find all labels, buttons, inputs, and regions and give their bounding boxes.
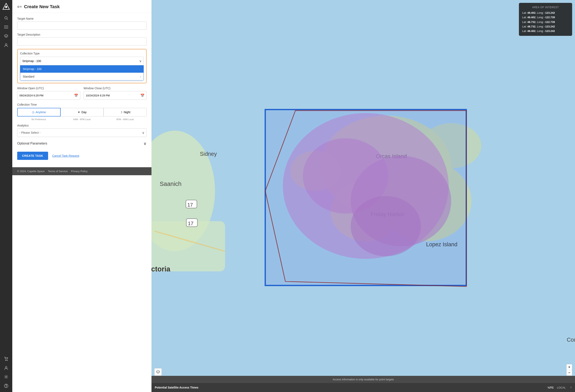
sidebar-item-layers[interactable]	[2, 32, 10, 40]
night-button[interactable]: ☽ Night	[104, 108, 146, 117]
target-name-input[interactable]	[17, 22, 146, 30]
aoi-coord-2: Lat: 48.402, Long: -122.739	[522, 15, 569, 20]
svg-marker-7	[4, 34, 8, 36]
create-task-button[interactable]: CREATE TASK	[17, 152, 48, 160]
svg-text:17: 17	[187, 202, 193, 208]
aoi-title: AREA OF INTEREST	[522, 5, 569, 9]
svg-text:Victoria: Victoria	[151, 265, 170, 273]
optional-parameters-chevron-icon: ∨	[144, 141, 146, 146]
window-close-group: Window Close (UTC) 📅	[84, 87, 146, 100]
window-open-group: Window Open (UTC) 📅	[17, 87, 80, 100]
day-icon: ☀	[78, 111, 80, 114]
day-label: Day	[81, 111, 87, 114]
svg-point-2	[5, 17, 7, 19]
optional-parameters-toggle[interactable]: Optional Parameters ∨	[17, 140, 146, 147]
cancel-task-button[interactable]: Cancel Task Request	[52, 154, 79, 157]
collection-type-container: Collection Type Stripmap - 100 Standard …	[17, 49, 146, 83]
dropdown-item-stripmap[interactable]: Stripmap - 100	[20, 65, 144, 73]
time-buttons: ◷ Anytime ☀ Day ☽ Night	[17, 108, 146, 117]
svg-text:Coupeville: Coupeville	[567, 337, 575, 343]
analytics-label: Analytics	[17, 124, 146, 127]
day-button[interactable]: ☀ Day	[61, 108, 104, 117]
anytime-button[interactable]: ◷ Anytime	[17, 108, 61, 117]
svg-point-10	[7, 360, 8, 361]
aoi-coord-1: Lat: 48.402, Long: -123.242	[522, 11, 569, 15]
zoom-in-button[interactable]: +	[566, 364, 572, 370]
aoi-coord-3: Lat: 48.732, Long: -122.739	[522, 20, 569, 24]
svg-text:17: 17	[188, 221, 193, 226]
standard-chevron-icon: ›	[140, 75, 141, 78]
satellite-bar: Potential Satellite Access Times ? UTC L…	[151, 383, 575, 392]
svg-point-46	[351, 196, 421, 256]
logo	[2, 2, 10, 11]
collection-type-label: Collection Type	[20, 52, 144, 55]
map-panel: Saanich Victoria Orcas Island Friday Har…	[151, 0, 575, 392]
date-row: Window Open (UTC) 📅 Window Close (UTC) 📅	[17, 87, 146, 100]
content-area: ≡+ Create New Task Target Name Target De…	[12, 0, 575, 392]
svg-point-12	[5, 376, 7, 377]
target-description-input[interactable]	[17, 37, 146, 46]
sidebar-item-profile[interactable]	[2, 364, 10, 371]
svg-point-14	[6, 387, 6, 387]
svg-line-3	[7, 19, 8, 20]
window-open-wrapper: 📅	[17, 91, 80, 100]
form-panel: ≡+ Create New Task Target Name Target De…	[12, 0, 151, 392]
sidebar-item-help[interactable]	[2, 382, 10, 390]
time-subtitles: No Preference 6AM - 6PM Local 6PM - 6AM …	[17, 118, 146, 121]
window-close-wrapper: 📅	[84, 91, 146, 100]
target-name-group: Target Name	[17, 17, 146, 30]
window-open-calendar-icon[interactable]: 📅	[74, 94, 78, 98]
svg-text:Sidney: Sidney	[200, 151, 217, 157]
sidebar-item-settings[interactable]	[2, 373, 10, 381]
form-body: Target Name Target Description Collectio…	[12, 13, 151, 167]
map-controls: + −	[566, 364, 572, 376]
svg-point-8	[5, 44, 7, 45]
access-info-text: Access information is only available for…	[333, 378, 394, 381]
aoi-tooltip: AREA OF INTEREST Lat: 48.402, Long: -123…	[519, 3, 572, 36]
sidebar	[0, 0, 12, 392]
footer: © 2024, Capella Space Terms of Service P…	[12, 167, 151, 175]
collection-type-select[interactable]: Stripmap - 100 Standard	[20, 57, 144, 65]
svg-text:Saanich: Saanich	[160, 180, 181, 187]
collection-type-select-wrapper: Stripmap - 100 Standard ∨	[20, 57, 144, 65]
terms-link[interactable]: Terms of Service	[48, 170, 68, 173]
svg-point-1	[5, 6, 7, 8]
buttons-row: CREATE TASK Cancel Task Request	[17, 150, 146, 163]
sidebar-item-cart[interactable]	[2, 355, 10, 363]
collection-time-label: Collection Time	[17, 103, 146, 106]
utc-toggle[interactable]: UTC	[548, 386, 554, 389]
window-open-input[interactable]	[17, 91, 80, 100]
satellite-toggle: UTC LOCAL ?	[548, 386, 572, 389]
sidebar-item-search[interactable]	[2, 14, 10, 22]
satellite-question-icon[interactable]: ?	[547, 386, 548, 389]
day-subtitle: 6AM - 6PM Local	[60, 118, 104, 121]
window-close-label: Window Close (UTC)	[84, 87, 146, 90]
target-name-label: Target Name	[17, 17, 146, 20]
night-label: Night	[124, 111, 130, 114]
night-subtitle: 6PM - 6AM Local	[103, 118, 146, 121]
dropdown-item-standard[interactable]: Standard ›	[20, 73, 144, 80]
window-close-calendar-icon[interactable]: 📅	[141, 94, 144, 98]
window-close-input[interactable]	[84, 91, 146, 100]
night-icon: ☽	[120, 111, 122, 114]
sidebar-item-user[interactable]	[2, 41, 10, 49]
analytics-select[interactable]: - Please Select -	[17, 128, 146, 137]
target-description-group: Target Description	[17, 33, 146, 46]
form-header: ≡+ Create New Task	[12, 0, 151, 13]
analytics-select-wrapper: - Please Select - ∨	[17, 128, 146, 137]
target-description-label: Target Description	[17, 33, 146, 36]
page-title: Create New Task	[24, 4, 60, 9]
layers-button[interactable]	[154, 368, 162, 376]
collection-time-group: Collection Time ◷ Anytime ☀ Day ☽ Night	[17, 103, 146, 121]
window-open-label: Window Open (UTC)	[17, 87, 80, 90]
main-container: ≡+ Create New Task Target Name Target De…	[12, 0, 575, 392]
aoi-coord-5: Lat: 48.402, Long: -123.242	[522, 29, 569, 33]
satellite-title: Potential Satellite Access Times	[155, 386, 546, 389]
sidebar-item-list[interactable]	[2, 23, 10, 31]
satellite-info-icon[interactable]: ?	[570, 386, 572, 389]
local-toggle[interactable]: LOCAL	[557, 386, 566, 389]
anytime-subtitle: No Preference	[17, 118, 60, 121]
privacy-link[interactable]: Privacy Policy	[71, 170, 88, 173]
zoom-out-button[interactable]: −	[566, 370, 572, 376]
analytics-group: Analytics - Please Select - ∨	[17, 124, 146, 137]
